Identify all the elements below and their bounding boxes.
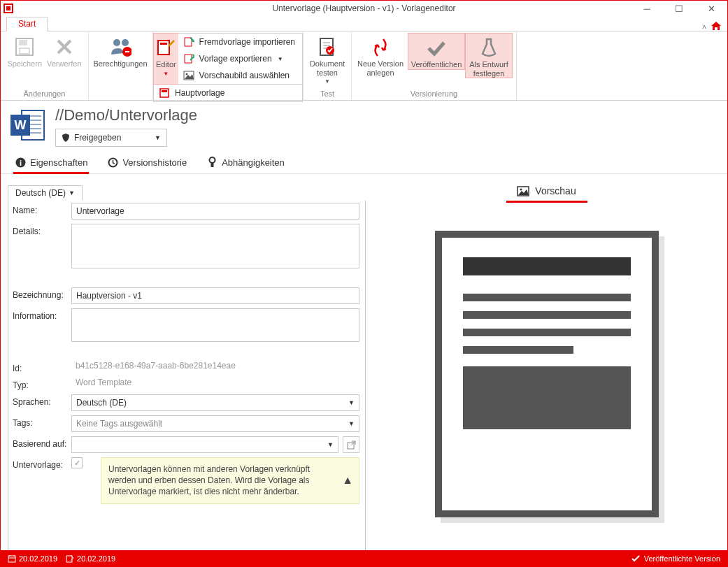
discard-button[interactable]: Verwerfen: [45, 33, 85, 69]
external-link-icon: [347, 440, 356, 450]
tab-dependencies[interactable]: Abhängigkeiten: [205, 152, 286, 173]
svg-point-29: [520, 188, 522, 190]
info-icon: i: [15, 157, 26, 168]
svg-text:W: W: [15, 118, 27, 132]
permissions-button[interactable]: Berechtigungen: [93, 33, 148, 69]
editor-icon: [155, 36, 177, 59]
status-dropdown[interactable]: Freigegeben ▼: [55, 129, 167, 147]
save-icon: [13, 36, 36, 58]
edit-icon: [66, 554, 74, 563]
shield-icon: [62, 133, 70, 143]
home-icon[interactable]: [711, 21, 722, 31]
editor-button[interactable]: Editor ▼: [153, 33, 178, 85]
close-button[interactable]: ✕: [695, 1, 727, 16]
chevron-down-icon: ▼: [348, 420, 355, 427]
language-tab[interactable]: Deutsch (DE) ▼: [8, 185, 83, 201]
properties-form: Deutsch (DE) ▼ Name: Details: Bezeichnun…: [1, 174, 366, 550]
svg-rect-8: [125, 51, 129, 52]
draft-icon: [478, 36, 500, 59]
label-information: Information:: [13, 308, 71, 321]
tags-select[interactable]: Keine Tags ausgewählt▼: [71, 415, 359, 432]
document-test-icon: [316, 36, 338, 58]
svg-rect-15: [160, 89, 169, 97]
minimize-button[interactable]: ─: [631, 1, 663, 16]
history-icon: [107, 157, 118, 168]
image-icon: [517, 186, 529, 196]
save-button[interactable]: Speichern: [5, 33, 45, 69]
calendar-icon: [8, 554, 16, 563]
svg-rect-10: [160, 43, 167, 45]
svg-rect-3: [19, 40, 27, 45]
tab-start[interactable]: Start: [6, 17, 48, 31]
new-version-icon: [369, 36, 392, 58]
export-icon: [183, 52, 195, 65]
statusbar: 20.02.2019 20.02.2019 Veröffentlichte Ve…: [1, 550, 727, 566]
chevron-down-icon: ▼: [348, 399, 355, 406]
app-icon: [1, 1, 16, 16]
document-path: //Demo/Untervorlage: [55, 106, 197, 124]
svg-point-6: [122, 39, 129, 46]
permissions-icon: [109, 36, 131, 58]
published-version-label: Veröffentlichte Version: [644, 554, 720, 563]
chevron-down-icon: ▼: [69, 189, 75, 196]
label-details: Details:: [13, 224, 71, 236]
svg-point-5: [113, 39, 120, 46]
warning-icon: ▲: [342, 473, 353, 488]
based-on-select[interactable]: ▼: [71, 436, 338, 453]
set-draft-button[interactable]: Als Entwurf festlegen: [465, 33, 513, 78]
svg-text:i: i: [19, 159, 21, 167]
document-test-button[interactable]: Dokument testen ▼: [308, 33, 347, 85]
chevron-down-icon: ▼: [327, 441, 334, 448]
svg-point-25: [209, 157, 215, 163]
svg-rect-1: [6, 6, 10, 10]
tab-version-history[interactable]: Versionshistorie: [106, 152, 188, 173]
dependencies-icon: [206, 157, 217, 168]
tab-properties[interactable]: i Eigenschaften: [13, 152, 89, 173]
details-input[interactable]: [71, 224, 359, 268]
subtemplate-checkbox[interactable]: ✓: [71, 457, 83, 468]
publish-icon: [425, 36, 448, 59]
label-languages: Sprachen:: [13, 394, 71, 407]
name-input[interactable]: [71, 203, 359, 220]
chevron-down-icon: ▼: [278, 56, 283, 62]
publish-button[interactable]: Veröffentlichen: [408, 33, 465, 70]
label-id: Id:: [13, 361, 71, 373]
ribbon: Speichern Verwerfen Änderungen Berechtig…: [1, 31, 727, 101]
export-template[interactable]: Vorlage exportieren ▼: [178, 50, 302, 67]
import-icon: [183, 36, 195, 48]
group-test-label: Test: [304, 88, 351, 100]
svg-rect-16: [162, 90, 167, 92]
id-value: b41c5128-e168-49a7-aaab-6be281e14eae: [71, 358, 240, 373]
open-external-button[interactable]: [343, 436, 359, 453]
word-icon: W: [9, 106, 47, 144]
label-tags: Tags:: [13, 415, 71, 428]
label-designation: Bezeichnung:: [13, 287, 71, 300]
thumbnail-icon: [183, 69, 195, 82]
preview-thumbnail: [435, 231, 659, 517]
languages-select[interactable]: Deutsch (DE)▼: [71, 394, 359, 411]
chevron-down-icon: ▼: [163, 71, 169, 77]
svg-rect-30: [8, 556, 15, 562]
ribbon-tabstrip: Start ʌ: [1, 16, 727, 31]
new-version-button[interactable]: Neue Version anlegen: [353, 33, 408, 77]
label-name: Name:: [13, 203, 71, 215]
svg-rect-12: [185, 55, 192, 63]
document-header: W //Demo/Untervorlage Freigegeben ▼: [1, 101, 727, 150]
label-subtemplate: Untervorlage:: [13, 457, 71, 470]
preview-title: Vorschau: [535, 185, 576, 196]
subtemplate-info: Untervorlagen können mit anderen Vorlage…: [101, 457, 359, 504]
information-input[interactable]: [71, 308, 359, 342]
modified-date: 20.02.2019: [77, 554, 115, 563]
svg-rect-31: [66, 556, 72, 562]
collapse-ribbon-icon[interactable]: ʌ: [702, 22, 706, 30]
label-based-on: Basierend auf:: [13, 436, 71, 449]
created-date: 20.02.2019: [19, 554, 57, 563]
chevron-down-icon: ▼: [324, 78, 330, 85]
maximize-button[interactable]: ☐: [663, 1, 695, 16]
main-template-icon: [158, 87, 171, 99]
select-thumbnail[interactable]: Vorschaubild auswählen: [178, 67, 302, 84]
main-template-menuitem[interactable]: Hauptvorlage: [153, 85, 303, 102]
svg-point-14: [185, 73, 187, 76]
designation-input[interactable]: [71, 287, 359, 304]
import-foreign-template[interactable]: Fremdvorlage importieren: [178, 34, 302, 50]
